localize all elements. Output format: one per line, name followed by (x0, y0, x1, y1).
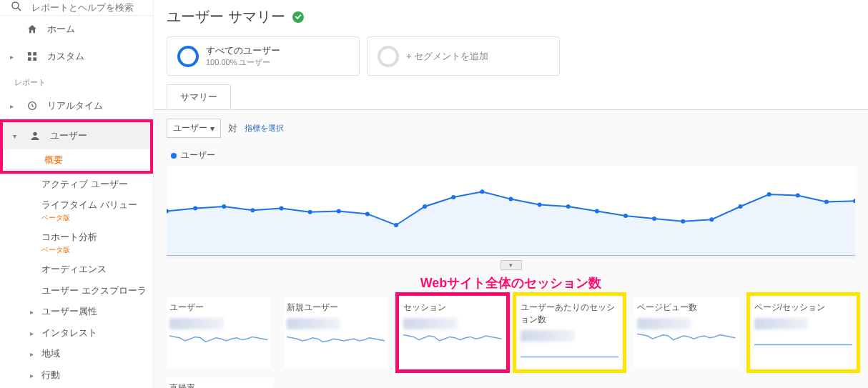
svg-rect-2 (28, 52, 31, 56)
user-icon (29, 130, 41, 141)
svg-point-14 (337, 209, 341, 214)
subnav-ltv[interactable]: ライフタイム バリュー ベータ版 (41, 194, 153, 227)
home-icon (26, 24, 39, 35)
subnav-demographics[interactable]: ユーザー属性 (41, 301, 153, 322)
nav-users[interactable]: ▾ ユーザー (3, 122, 150, 149)
card-users-value (169, 318, 224, 329)
svg-point-11 (250, 208, 255, 212)
svg-point-13 (308, 210, 312, 214)
svg-rect-5 (33, 57, 36, 61)
card-users-spark (169, 331, 268, 351)
nav-home[interactable]: ホーム (0, 16, 153, 43)
svg-point-22 (566, 204, 571, 209)
svg-point-25 (652, 217, 656, 221)
card-sessions[interactable]: セッション (400, 297, 505, 368)
subnav-cohort-label: コホート分析 (41, 232, 97, 242)
svg-point-20 (508, 197, 513, 202)
subnav-interests[interactable]: インタレスト (41, 322, 153, 344)
svg-point-21 (538, 202, 542, 207)
metric-cards: ユーザー 新規ユーザー セッション ユーザーあたりのセッション数 ページビュー数 (154, 297, 868, 375)
search-row (0, 0, 153, 16)
sidebar: ホーム ▸ カスタム レポート ▸ リアルタイム ▾ ユーザー (0, 0, 154, 388)
card-pps-title: ページ/セッション (754, 302, 853, 314)
svg-point-19 (480, 189, 484, 194)
card-bounce-title: 直帰率 (169, 382, 271, 388)
card-new-users[interactable]: 新規ユーザー (284, 297, 388, 368)
svg-point-24 (623, 214, 628, 218)
svg-point-7 (33, 132, 36, 136)
tab-row: サマリー (154, 84, 868, 110)
chart-pager: ▾ (154, 260, 868, 270)
subnav-audiences[interactable]: オーディエンス (41, 259, 153, 280)
chevron-right-icon: ▸ (10, 53, 17, 61)
svg-rect-4 (28, 57, 31, 61)
card-bounce[interactable]: 直帰率 (167, 378, 274, 388)
svg-point-0 (12, 2, 19, 9)
card-spu-spark (521, 343, 619, 363)
subnav-behavior[interactable]: 行動 (41, 364, 153, 386)
search-icon (10, 0, 23, 15)
page-title: ユーザー サマリー (167, 7, 285, 26)
card-users-title: ユーザー (169, 302, 268, 314)
subnav-explorer[interactable]: ユーザー エクスプローラ (41, 280, 153, 302)
card-spu-value (521, 330, 575, 342)
svg-point-17 (423, 204, 427, 209)
card-new-users-value (287, 318, 341, 329)
subnav-ltv-label: ライフタイム バリュー (41, 199, 137, 210)
nav-realtime[interactable]: ▸ リアルタイム (0, 92, 153, 119)
card-sessions-per-user[interactable]: ユーザーあたりのセッション数 (518, 297, 622, 368)
main-chart[interactable] (167, 166, 855, 259)
users-subnav: アクティブ ユーザー ライフタイム バリュー ベータ版 コホート分析 ベータ版 … (0, 174, 153, 388)
svg-point-9 (193, 207, 197, 211)
card-users[interactable]: ユーザー (167, 297, 271, 368)
svg-point-12 (279, 207, 283, 211)
nav-realtime-label: リアルタイム (47, 99, 103, 112)
svg-point-15 (365, 212, 370, 216)
card-pages-per-session[interactable]: ページ/セッション (751, 297, 856, 368)
svg-point-28 (738, 204, 742, 209)
card-sessions-value (403, 318, 458, 329)
chart-pager-button[interactable]: ▾ (500, 260, 522, 270)
nav-custom[interactable]: ▸ カスタム (0, 43, 153, 70)
annotation-text: Webサイト全体のセッション数 (154, 274, 868, 292)
card-pageviews-title: ページビュー数 (637, 302, 736, 314)
chart-legend: ユーザー (154, 146, 868, 166)
legend-dot-icon (171, 153, 177, 159)
segment-add[interactable]: + セグメントを追加 (367, 36, 560, 76)
beta-tag: ベータ版 (41, 245, 147, 255)
svg-point-23 (595, 209, 599, 214)
subnav-geo[interactable]: 地域 (41, 343, 153, 364)
metric-secondary-link[interactable]: 指標を選択 (245, 123, 284, 134)
card-pageviews-value (637, 318, 691, 329)
dashboard-icon (26, 51, 39, 62)
tab-summary[interactable]: サマリー (167, 84, 231, 109)
subnav-active-users[interactable]: アクティブ ユーザー (41, 174, 153, 195)
segment-ring-icon (378, 46, 399, 67)
search-input[interactable] (31, 2, 152, 13)
card-pageviews[interactable]: ページビュー数 (634, 297, 739, 368)
card-pageviews-spark (637, 331, 736, 351)
subnav-cohort[interactable]: コホート分析 ベータ版 (41, 227, 153, 259)
segment-add-label: + セグメントを追加 (406, 50, 488, 63)
annotation-highlight-users: ▾ ユーザー 概要 (0, 119, 153, 174)
card-new-users-spark (287, 331, 385, 351)
subnav-overview[interactable]: 概要 (44, 149, 150, 171)
vs-label: 対 (228, 122, 237, 135)
segment-subtitle: 100.00% ユーザー (206, 57, 280, 68)
chevron-down-icon: ▾ (210, 124, 214, 134)
reports-section-label: レポート (0, 70, 153, 92)
card-sessions-title: セッション (403, 302, 502, 314)
card-pps-spark (754, 331, 853, 351)
svg-point-29 (767, 192, 771, 197)
segment-all-users[interactable]: すべてのユーザー 100.00% ユーザー (167, 36, 360, 76)
clock-icon (26, 100, 39, 111)
metric-primary-select[interactable]: ユーザー ▾ (167, 119, 221, 138)
subnav-technology[interactable]: テクノロジー (41, 385, 153, 388)
nav-custom-label: カスタム (47, 50, 84, 63)
svg-point-27 (709, 217, 714, 222)
svg-point-10 (222, 204, 226, 209)
svg-point-30 (796, 193, 800, 197)
chevron-down-icon: ▾ (13, 132, 20, 140)
card-sessions-spark (403, 331, 502, 351)
chevron-right-icon: ▸ (10, 102, 17, 110)
